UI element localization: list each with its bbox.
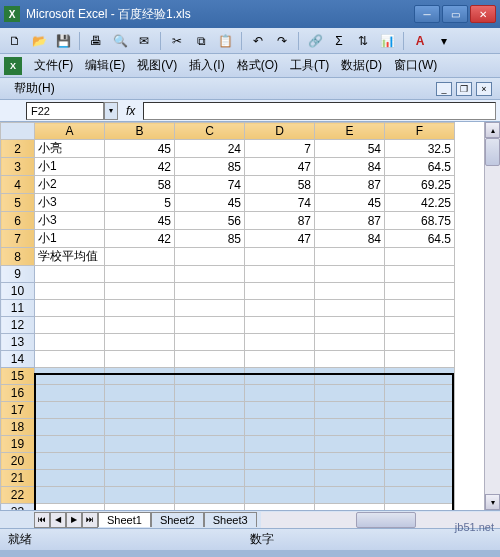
sheet-tab-3[interactable]: Sheet3 xyxy=(204,512,257,527)
cell[interactable] xyxy=(35,266,105,283)
cell[interactable] xyxy=(35,283,105,300)
cell[interactable]: 84 xyxy=(315,158,385,176)
cell[interactable] xyxy=(175,283,245,300)
cell[interactable]: 85 xyxy=(175,230,245,248)
cell[interactable]: 24 xyxy=(175,140,245,158)
scroll-thumb[interactable] xyxy=(485,138,500,166)
cell[interactable] xyxy=(175,385,245,402)
cell[interactable] xyxy=(35,487,105,504)
cell[interactable]: 小2 xyxy=(35,176,105,194)
cell[interactable]: 45 xyxy=(315,194,385,212)
print-icon[interactable]: 🖶 xyxy=(85,31,107,51)
row-header[interactable]: 4 xyxy=(1,176,35,194)
cell[interactable] xyxy=(35,453,105,470)
cell[interactable] xyxy=(175,487,245,504)
cell[interactable] xyxy=(35,385,105,402)
cell[interactable] xyxy=(35,300,105,317)
col-header[interactable]: C xyxy=(175,123,245,140)
cell[interactable]: 小1 xyxy=(35,230,105,248)
cell[interactable] xyxy=(175,300,245,317)
cell[interactable]: 64.5 xyxy=(385,230,455,248)
cell[interactable] xyxy=(175,368,245,385)
cell[interactable] xyxy=(175,402,245,419)
print-preview-icon[interactable]: 🔍 xyxy=(109,31,131,51)
cell[interactable] xyxy=(245,402,315,419)
cell[interactable]: 87 xyxy=(315,212,385,230)
cell[interactable]: 小亮 xyxy=(35,140,105,158)
cell[interactable] xyxy=(105,300,175,317)
name-box-dropdown[interactable]: ▾ xyxy=(104,102,118,120)
row-header[interactable]: 2 xyxy=(1,140,35,158)
cell[interactable] xyxy=(385,470,455,487)
cell[interactable] xyxy=(385,487,455,504)
autosum-icon[interactable]: Σ xyxy=(328,31,350,51)
fx-label[interactable]: fx xyxy=(126,104,135,118)
cell[interactable] xyxy=(385,317,455,334)
cell[interactable]: 学校平均值 xyxy=(35,248,105,266)
cell[interactable] xyxy=(385,504,455,511)
cell[interactable]: 85 xyxy=(175,158,245,176)
cell[interactable]: 32.5 xyxy=(385,140,455,158)
row-header[interactable]: 9 xyxy=(1,266,35,283)
chart-icon[interactable]: 📊 xyxy=(376,31,398,51)
col-header[interactable]: B xyxy=(105,123,175,140)
menu-file[interactable]: 文件(F) xyxy=(28,55,79,76)
copy-icon[interactable]: ⧉ xyxy=(190,31,212,51)
cell[interactable] xyxy=(245,248,315,266)
minimize-button[interactable]: ─ xyxy=(414,5,440,23)
cell[interactable] xyxy=(315,419,385,436)
cell[interactable] xyxy=(35,351,105,368)
sheet-nav-prev-icon[interactable]: ◀ xyxy=(50,512,66,528)
cell[interactable] xyxy=(245,351,315,368)
cell[interactable] xyxy=(105,470,175,487)
row-header[interactable]: 18 xyxy=(1,419,35,436)
cell[interactable] xyxy=(245,283,315,300)
cell[interactable] xyxy=(35,334,105,351)
cell[interactable]: 42.25 xyxy=(385,194,455,212)
cell[interactable] xyxy=(35,436,105,453)
cell[interactable] xyxy=(385,248,455,266)
doc-minimize-button[interactable]: _ xyxy=(436,82,452,96)
cell[interactable] xyxy=(315,436,385,453)
cell[interactable] xyxy=(105,368,175,385)
row-header[interactable]: 16 xyxy=(1,385,35,402)
cell[interactable] xyxy=(105,334,175,351)
sheet-nav-first-icon[interactable]: ⏮ xyxy=(34,512,50,528)
paste-icon[interactable]: 📋 xyxy=(214,31,236,51)
close-button[interactable]: ✕ xyxy=(470,5,496,23)
cell[interactable] xyxy=(175,334,245,351)
col-header[interactable]: E xyxy=(315,123,385,140)
cell[interactable] xyxy=(385,351,455,368)
cell[interactable] xyxy=(175,504,245,511)
mail-icon[interactable]: ✉ xyxy=(133,31,155,51)
cell[interactable] xyxy=(315,453,385,470)
cell[interactable] xyxy=(35,368,105,385)
cell[interactable] xyxy=(315,283,385,300)
cell[interactable] xyxy=(35,419,105,436)
cell[interactable]: 45 xyxy=(175,194,245,212)
row-header[interactable]: 20 xyxy=(1,453,35,470)
menu-insert[interactable]: 插入(I) xyxy=(183,55,230,76)
cell[interactable] xyxy=(175,470,245,487)
cell[interactable]: 5 xyxy=(105,194,175,212)
cell[interactable]: 54 xyxy=(315,140,385,158)
scroll-up-icon[interactable]: ▴ xyxy=(485,122,500,138)
menu-edit[interactable]: 编辑(E) xyxy=(79,55,131,76)
cell[interactable] xyxy=(385,436,455,453)
cell[interactable] xyxy=(245,368,315,385)
sheet-tab-2[interactable]: Sheet2 xyxy=(151,512,204,527)
cell[interactable] xyxy=(385,402,455,419)
cell[interactable] xyxy=(175,248,245,266)
h-scroll-thumb[interactable] xyxy=(356,512,416,528)
save-icon[interactable]: 💾 xyxy=(52,31,74,51)
sheet-nav-last-icon[interactable]: ⏭ xyxy=(82,512,98,528)
cell[interactable] xyxy=(35,470,105,487)
sheet-tab-1[interactable]: Sheet1 xyxy=(98,512,151,527)
cell[interactable]: 74 xyxy=(175,176,245,194)
cell[interactable]: 45 xyxy=(105,212,175,230)
cut-icon[interactable]: ✂ xyxy=(166,31,188,51)
vertical-scrollbar[interactable]: ▴ ▾ xyxy=(484,122,500,510)
cell[interactable] xyxy=(315,470,385,487)
cell[interactable] xyxy=(105,351,175,368)
col-header[interactable]: D xyxy=(245,123,315,140)
